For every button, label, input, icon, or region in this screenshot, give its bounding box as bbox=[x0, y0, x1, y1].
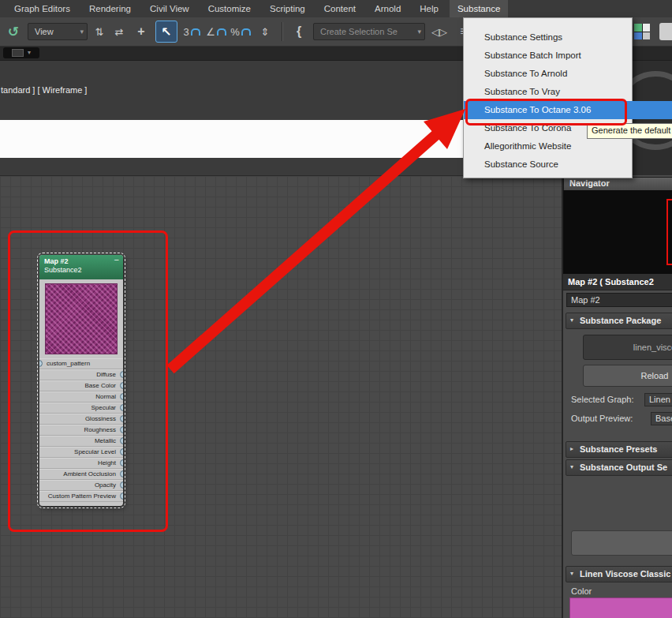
node-output-slot[interactable]: Opacity bbox=[39, 480, 123, 491]
render-production-icon[interactable] bbox=[659, 21, 672, 42]
spinner-snap-icon[interactable]: ⇕ bbox=[255, 21, 275, 42]
connection-socket[interactable] bbox=[120, 426, 123, 433]
viewport-shading-label[interactable]: tandard ] [ Wireframe ] bbox=[1, 85, 87, 95]
viewport-layout-tab[interactable]: ▾ bbox=[3, 47, 39, 58]
triangle-icon: ▾ bbox=[570, 313, 573, 328]
menu-civil-view[interactable]: Civil View bbox=[142, 0, 197, 17]
connection-socket[interactable] bbox=[120, 393, 123, 400]
connection-socket[interactable] bbox=[39, 360, 43, 367]
menu-help[interactable]: Help bbox=[412, 0, 446, 17]
rollout-substance-package[interactable]: ▾ Substance Package bbox=[566, 313, 672, 329]
substance-package-button[interactable]: linen_visco bbox=[583, 335, 672, 360]
rollout-substance-presets[interactable]: ▸ Substance Presets bbox=[566, 441, 672, 458]
node-output-slot[interactable]: Roughness bbox=[39, 425, 123, 436]
node-output-slot[interactable]: Specular bbox=[39, 403, 123, 414]
slot-label: Glossiness bbox=[85, 415, 116, 422]
menu-item-substance-to-arnold[interactable]: Substance To Arnold bbox=[464, 65, 632, 83]
connection-socket[interactable] bbox=[120, 470, 123, 478]
menu-item-substance-to-octane[interactable]: Substance To Octane 3.06 bbox=[464, 101, 632, 119]
node-editor-canvas[interactable]: Map #2 Substance2 − custom_pattern Diffu… bbox=[0, 175, 562, 618]
node-output-slot[interactable]: Ambient Occlusion bbox=[39, 469, 123, 480]
node-output-slot[interactable]: Height bbox=[39, 458, 123, 469]
triangle-icon: ▸ bbox=[570, 442, 573, 456]
undo-icon[interactable]: ↺ bbox=[3, 21, 24, 42]
connection-socket[interactable] bbox=[120, 481, 123, 489]
slot-label: custom_pattern bbox=[47, 360, 90, 367]
navigator-view[interactable] bbox=[563, 190, 672, 275]
node-output-slot[interactable]: Metallic bbox=[39, 436, 123, 447]
slot-label: Specular Level bbox=[74, 448, 116, 455]
node-output-slot[interactable]: Diffuse bbox=[39, 369, 123, 380]
reference-coordinate-system-combo[interactable]: View ▾ bbox=[28, 23, 88, 40]
node-output-slot[interactable]: Custom Pattern Preview bbox=[39, 491, 123, 502]
angle-snap-icon[interactable]: ∠ bbox=[206, 21, 226, 42]
use-pivot-point-icon[interactable]: ⇅ bbox=[91, 21, 107, 42]
node-texture-preview bbox=[45, 283, 118, 354]
node-subtitle: Substance2 bbox=[44, 266, 118, 275]
node-collapse-button[interactable]: − bbox=[114, 255, 119, 264]
menu-item-substance-source[interactable]: Substance Source bbox=[464, 155, 632, 174]
selected-graph-label: Selected Graph: bbox=[571, 395, 634, 404]
connection-socket[interactable] bbox=[120, 437, 123, 444]
reload-button[interactable]: Reload bbox=[583, 365, 672, 387]
connection-socket[interactable] bbox=[120, 382, 123, 389]
menu-customize[interactable]: Customize bbox=[200, 0, 259, 17]
menu-item-substance-settings[interactable]: Substance Settings bbox=[464, 28, 632, 47]
menu-highlight-extension bbox=[630, 101, 672, 119]
menu-item-substance-batch-import[interactable]: Substance Batch Import bbox=[464, 47, 632, 65]
substance-dropdown-menu: Substance Settings Substance Batch Impor… bbox=[463, 17, 633, 178]
menu-item-allegorithmic-website[interactable]: Allegorithmic Website bbox=[464, 137, 632, 155]
connection-socket[interactable] bbox=[120, 493, 123, 500]
slot-label: Ambient Occlusion bbox=[63, 470, 116, 478]
connection-socket[interactable] bbox=[120, 404, 123, 411]
slot-label: Height bbox=[98, 459, 116, 466]
output-settings-button[interactable] bbox=[571, 530, 672, 556]
slot-label: Normal bbox=[95, 393, 116, 400]
slot-label: Base Color bbox=[84, 382, 116, 389]
chevron-down-icon: ▾ bbox=[28, 50, 31, 56]
selection-set-value: Create Selection Se bbox=[320, 27, 398, 36]
node-output-slot[interactable]: Glossiness bbox=[39, 414, 123, 425]
node-input-slot[interactable]: custom_pattern bbox=[39, 358, 123, 369]
substance-node[interactable]: Map #2 Substance2 − custom_pattern Diffu… bbox=[39, 255, 123, 506]
output-preview-combo[interactable]: Base C bbox=[651, 412, 672, 425]
snaps-toggle-3d-icon[interactable]: 3 bbox=[181, 21, 202, 42]
magnet-icon bbox=[191, 28, 200, 36]
rollout-linen-viscose-classic[interactable]: ▾ Linen Viscose Classic bbox=[566, 566, 672, 582]
percent-snap-icon[interactable]: % bbox=[230, 21, 251, 42]
menu-scripting[interactable]: Scripting bbox=[262, 0, 313, 17]
magnet-icon bbox=[241, 28, 251, 36]
node-name-field[interactable] bbox=[566, 293, 672, 307]
mirror-icon[interactable]: ◁▷ bbox=[429, 21, 450, 42]
viewport-thumbnail-icon bbox=[12, 49, 24, 57]
connection-socket[interactable] bbox=[120, 371, 123, 378]
menu-substance[interactable]: Substance bbox=[450, 0, 508, 17]
named-selection-set-combo[interactable]: Create Selection Se ▾ bbox=[313, 23, 425, 40]
select-and-move-icon[interactable]: + bbox=[131, 21, 151, 42]
edit-named-selection-sets-icon[interactable]: { bbox=[289, 21, 309, 42]
chevron-down-icon: ▾ bbox=[413, 28, 421, 36]
color-swatch[interactable] bbox=[569, 597, 672, 618]
node-output-slot[interactable]: Normal bbox=[39, 391, 123, 403]
connection-socket[interactable] bbox=[120, 448, 123, 455]
menu-arnold[interactable]: Arnold bbox=[367, 0, 409, 17]
menu-content[interactable]: Content bbox=[316, 0, 364, 17]
rollout-substance-output-settings[interactable]: ▾ Substance Output Se bbox=[566, 459, 672, 476]
menu-rendering[interactable]: Rendering bbox=[81, 0, 139, 17]
viewport-white-area bbox=[0, 120, 467, 158]
node-header[interactable]: Map #2 Substance2 − bbox=[39, 255, 123, 279]
menubar: Graph Editors Rendering Civil View Custo… bbox=[0, 0, 672, 18]
triangle-icon: ▾ bbox=[570, 460, 573, 474]
menu-item-substance-to-vray[interactable]: Substance To Vray bbox=[464, 83, 632, 101]
select-object-button[interactable]: ↖ bbox=[155, 21, 177, 43]
selected-graph-combo[interactable]: Linen V bbox=[644, 393, 672, 406]
connection-socket[interactable] bbox=[120, 415, 123, 422]
view-combo-value: View bbox=[35, 27, 54, 36]
connection-socket[interactable] bbox=[120, 459, 123, 466]
node-output-slot[interactable]: Specular Level bbox=[39, 447, 123, 458]
node-output-slot[interactable]: Base Color bbox=[39, 380, 123, 391]
menu-graph-editors[interactable]: Graph Editors bbox=[6, 0, 78, 17]
slot-label: Diffuse bbox=[96, 371, 116, 378]
slate-material-editor-icon[interactable] bbox=[633, 21, 651, 42]
use-selection-center-icon[interactable]: ⇄ bbox=[111, 21, 127, 42]
